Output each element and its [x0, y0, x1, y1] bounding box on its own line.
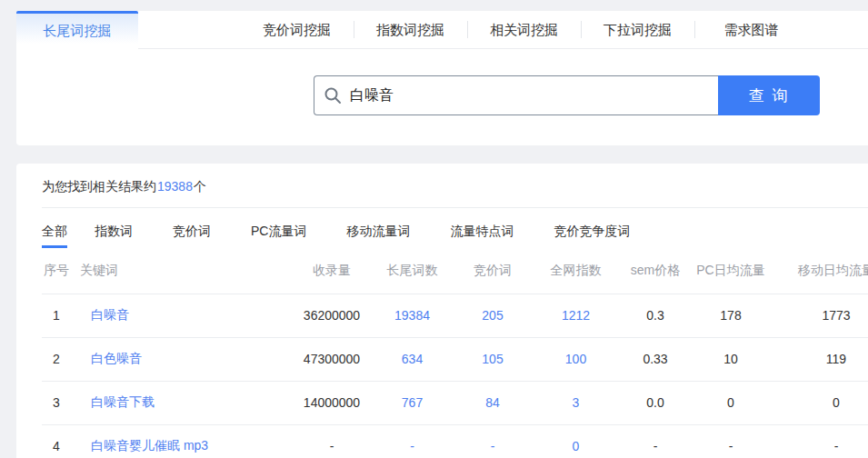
- nav-tab[interactable]: 相关词挖掘: [467, 11, 581, 48]
- result-count: 19388: [157, 179, 193, 194]
- search-row: 查 询: [16, 49, 868, 115]
- keyword-link[interactable]: 白色噪音: [71, 337, 291, 381]
- nav-tab[interactable]: 竞价词挖掘: [240, 11, 354, 48]
- metric-link[interactable]: 0: [534, 424, 618, 458]
- filter-tab[interactable]: 流量特点词: [450, 222, 514, 248]
- nav-tab[interactable]: 需求图谱: [694, 11, 808, 48]
- metric-link[interactable]: -: [373, 424, 452, 458]
- metric-value: 119: [769, 337, 868, 381]
- metric-link[interactable]: -: [452, 424, 534, 458]
- results-suffix: 个: [194, 179, 206, 194]
- nav-tab[interactable]: 下拉词挖掘: [581, 11, 694, 48]
- row-index: 2: [42, 337, 71, 381]
- filter-tab[interactable]: PC流量词: [251, 222, 306, 248]
- metric-value: 47300000: [291, 337, 373, 381]
- filter-tab[interactable]: 移动流量词: [346, 222, 410, 248]
- header-cell: sem价格: [618, 248, 693, 294]
- row-index: 1: [42, 294, 71, 337]
- metric-value: 0.33: [618, 337, 693, 381]
- metric-link[interactable]: 634: [373, 337, 452, 381]
- metric-link[interactable]: 100: [534, 337, 618, 381]
- metric-value: 1773: [769, 294, 868, 337]
- header-cell: 序号: [42, 248, 71, 294]
- filter-tab[interactable]: 全部: [42, 222, 67, 248]
- header-cell: 全网指数: [534, 248, 618, 294]
- results-table: 序号关键词收录量长尾词数竞价词全网指数sem价格PC日均流量移动日均流量 1白噪…: [42, 248, 868, 458]
- metric-link[interactable]: 3: [534, 381, 618, 424]
- query-button[interactable]: 查 询: [718, 75, 820, 115]
- metric-value: 0.3: [618, 294, 693, 337]
- filter-tab[interactable]: 竞价词: [173, 222, 211, 248]
- search-icon: [324, 86, 342, 105]
- header-cell: 关键词: [71, 248, 291, 294]
- metric-link[interactable]: 19384: [373, 294, 452, 337]
- metric-value: 0: [769, 381, 868, 424]
- nav-tab[interactable]: 指数词挖掘: [354, 11, 467, 48]
- metric-value: 36200000: [291, 294, 373, 337]
- results-card: 为您找到相关结果约19388个 全部指数词竞价词PC流量词移动流量词流量特点词竞…: [16, 164, 868, 458]
- filter-tabs: 全部指数词竞价词PC流量词移动流量词流量特点词竞价竞争度词: [42, 208, 868, 248]
- header-cell: 长尾词数: [373, 248, 452, 294]
- header-cell: 收录量: [291, 248, 373, 294]
- header-cell: 移动日均流量: [769, 248, 868, 294]
- metric-value: 14000000: [291, 381, 373, 424]
- keyword-tool-card: 长尾词挖掘竞价词挖掘指数词挖掘相关词挖掘下拉词挖掘需求图谱 查 询: [16, 11, 868, 145]
- table-row: 2白色噪音473000006341051000.3310119: [42, 337, 868, 381]
- table-row: 1白噪音362000001938420512120.31781773: [42, 294, 868, 337]
- metric-value: 0: [693, 381, 769, 424]
- metric-value: 0.0: [618, 381, 693, 424]
- metric-link[interactable]: 1212: [534, 294, 618, 337]
- results-summary: 为您找到相关结果约19388个: [42, 164, 868, 194]
- keyword-link[interactable]: 白噪音婴儿催眠 mp3: [71, 424, 291, 458]
- metric-link[interactable]: 105: [452, 337, 534, 381]
- keyword-link[interactable]: 白噪音: [71, 294, 291, 337]
- metric-link[interactable]: 767: [373, 381, 452, 424]
- metric-value: -: [769, 424, 868, 458]
- metric-link[interactable]: 84: [452, 381, 534, 424]
- search-box: [314, 75, 718, 115]
- metric-link[interactable]: 205: [452, 294, 534, 337]
- nav-tabs: 长尾词挖掘竞价词挖掘指数词挖掘相关词挖掘下拉词挖掘需求图谱: [16, 11, 868, 49]
- header-cell: PC日均流量: [693, 248, 769, 294]
- row-index: 3: [42, 381, 71, 424]
- metric-value: -: [291, 424, 373, 458]
- metric-value: -: [618, 424, 693, 458]
- table-row: 3白噪音下载140000007678430.000: [42, 381, 868, 424]
- table-row: 4白噪音婴儿催眠 mp3---0---: [42, 424, 868, 458]
- filter-tab[interactable]: 指数词: [95, 222, 133, 248]
- filter-tab[interactable]: 竞价竞争度词: [554, 222, 630, 248]
- keyword-link[interactable]: 白噪音下载: [71, 381, 291, 424]
- search-input[interactable]: [350, 76, 718, 114]
- results-prefix: 为您找到相关结果约: [42, 179, 156, 194]
- row-index: 4: [42, 424, 71, 458]
- metric-value: 178: [693, 294, 769, 337]
- header-cell: 竞价词: [452, 248, 534, 294]
- nav-tab[interactable]: 长尾词挖掘: [16, 11, 138, 49]
- metric-value: 10: [693, 337, 769, 381]
- metric-value: -: [693, 424, 769, 458]
